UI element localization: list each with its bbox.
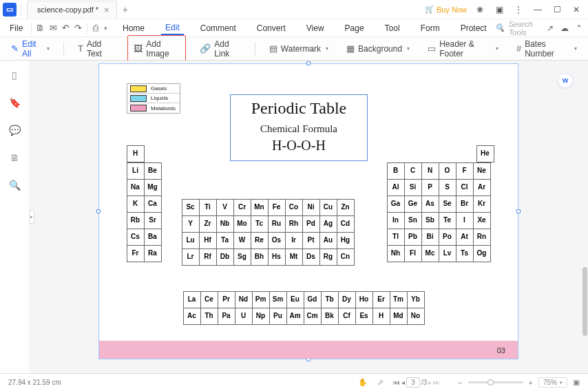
- chevron-down-icon[interactable]: ▾: [104, 25, 107, 32]
- up-icon[interactable]: ⌃: [576, 23, 582, 33]
- menu-comment[interactable]: Comment: [196, 22, 240, 34]
- element-cell-Ts: Ts: [456, 245, 474, 262]
- element-cell-Li: Li: [127, 162, 145, 180]
- user-icon[interactable]: ▣: [493, 3, 505, 16]
- element-cell-Os: Os: [268, 232, 286, 249]
- vertical-scrollbar[interactable]: [581, 61, 588, 373]
- background-button[interactable]: ▦ Background ▾: [342, 41, 414, 56]
- element-cell-Mt: Mt: [285, 249, 303, 266]
- file-menu[interactable]: File: [6, 22, 27, 34]
- gift-icon[interactable]: ❀: [474, 3, 486, 16]
- element-cell-S: S: [439, 179, 456, 196]
- last-page-icon[interactable]: ⏭: [433, 379, 440, 386]
- element-cell-Nd: Nd: [235, 291, 253, 308]
- element-cell-Be: Be: [144, 162, 162, 180]
- save-icon[interactable]: 🗎: [36, 23, 45, 33]
- bates-icon: #: [516, 43, 521, 54]
- search-panel-icon[interactable]: 🔍: [8, 179, 21, 191]
- attachments-icon[interactable]: 🗎: [8, 151, 21, 164]
- thumbnails-icon[interactable]: ▯: [8, 69, 21, 81]
- element-cell-Ge: Ge: [404, 196, 422, 213]
- bates-label: Bates Number: [525, 39, 569, 59]
- element-cell-Fe: Fe: [268, 199, 286, 216]
- element-cell-Kr: Kr: [473, 196, 491, 213]
- element-cell-Po: Po: [439, 229, 456, 246]
- add-text-button[interactable]: T Add Text: [74, 37, 118, 61]
- element-cell-Al: Al: [387, 179, 405, 196]
- menu-tool[interactable]: Tool: [381, 22, 404, 34]
- element-cell-Mo: Mo: [233, 215, 251, 233]
- hand-tool-icon[interactable]: ✋: [358, 378, 368, 387]
- legend-label-metalloids: Metalloids: [149, 105, 180, 112]
- zoom-slider[interactable]: [468, 381, 523, 383]
- element-cell-No: No: [407, 308, 425, 325]
- redo-icon[interactable]: ↷: [74, 23, 83, 33]
- prev-page-icon[interactable]: ◂: [401, 379, 405, 386]
- element-cell-Bk: Bk: [321, 308, 339, 325]
- element-cell-Ru: Ru: [268, 215, 286, 233]
- element-cell-Re: Re: [251, 232, 269, 249]
- bookmarks-icon[interactable]: 🔖: [8, 96, 21, 109]
- selection-handle-top[interactable]: [306, 61, 311, 65]
- first-page-icon[interactable]: ⏮: [393, 379, 400, 386]
- element-cell-Br: Br: [456, 196, 474, 213]
- menu-edit[interactable]: Edit: [161, 21, 184, 35]
- expand-left-handle[interactable]: ▸: [29, 210, 34, 224]
- cloud-icon[interactable]: ☁: [560, 23, 569, 33]
- print-icon[interactable]: ⎙: [92, 23, 100, 33]
- element-cell-Ni: Ni: [302, 199, 320, 216]
- watermark-button[interactable]: ▤ Watermark ▾: [265, 41, 333, 56]
- element-cell-V: V: [216, 199, 234, 216]
- chevron-down-icon: ▾: [496, 45, 498, 52]
- maximize-button[interactable]: ☐: [551, 3, 563, 16]
- add-link-button[interactable]: 🔗 Add Link: [196, 37, 245, 61]
- new-tab-button[interactable]: +: [123, 4, 128, 15]
- fit-page-icon[interactable]: ▣: [573, 378, 580, 387]
- buy-now-link[interactable]: 🛒 Buy Now: [425, 5, 467, 14]
- element-cell-Ra: Ra: [144, 245, 162, 262]
- element-cell-U: U: [235, 308, 253, 325]
- periodic-table-group-1-2: HLiBeNaMgKCaRbSrCsBaFrRa: [127, 145, 162, 262]
- current-page-input[interactable]: 3: [406, 377, 420, 388]
- menu-home[interactable]: Home: [118, 22, 149, 34]
- menu-page[interactable]: Page: [341, 22, 368, 34]
- element-cell-Tl: Tl: [387, 229, 405, 246]
- search-tools-input[interactable]: 🔍 Search Tools: [495, 20, 534, 36]
- close-tab-icon[interactable]: ×: [104, 5, 109, 15]
- share-icon[interactable]: ↗: [547, 23, 554, 33]
- next-page-icon[interactable]: ▸: [428, 379, 432, 386]
- comments-icon[interactable]: 💬: [8, 124, 21, 136]
- element-cell-Dy: Dy: [338, 291, 356, 308]
- document-viewport[interactable]: ▸ ◂ W Gases Liquids Metalloids Periodic …: [29, 61, 588, 373]
- document-tab[interactable]: science-copy.pdf * ×: [27, 1, 117, 19]
- edit-all-button[interactable]: ✎ Edit All ▾: [7, 37, 54, 61]
- zoom-percent[interactable]: 75%▾: [538, 377, 567, 388]
- selection-handle-left[interactable]: [96, 209, 101, 213]
- scrollbar-thumb[interactable]: [582, 267, 587, 336]
- close-window-button[interactable]: ✕: [570, 3, 582, 16]
- undo-icon[interactable]: ↶: [61, 23, 70, 33]
- menu-dots-icon[interactable]: ⋮: [512, 3, 525, 16]
- add-image-button[interactable]: 🖼 Add Image: [127, 35, 186, 63]
- minimize-button[interactable]: —: [532, 3, 544, 16]
- word-export-badge[interactable]: W: [558, 73, 573, 88]
- menu-view[interactable]: View: [302, 22, 328, 34]
- mail-icon[interactable]: ✉: [49, 23, 57, 33]
- search-icon: 🔍: [495, 23, 505, 32]
- menu-convert[interactable]: Convert: [253, 22, 290, 34]
- select-tool-icon[interactable]: ⬀: [377, 378, 384, 387]
- pdf-page[interactable]: Gases Liquids Metalloids Periodic Table …: [98, 63, 518, 359]
- header-footer-button[interactable]: ▭ Header & Footer ▾: [423, 37, 503, 61]
- bates-number-button[interactable]: # Bates Number ▾: [512, 37, 581, 61]
- zoom-in-icon[interactable]: +: [529, 379, 533, 387]
- element-cell-As: As: [421, 196, 439, 213]
- selection-handle-right[interactable]: [516, 209, 521, 213]
- element-cell-Sn: Sn: [404, 212, 422, 229]
- zoom-out-icon[interactable]: −: [458, 379, 462, 387]
- menu-protect[interactable]: Protect: [456, 22, 491, 34]
- zoom-thumb[interactable]: [487, 379, 494, 385]
- tab-title: science-copy.pdf *: [37, 6, 98, 14]
- element-cell-Sb: Sb: [421, 212, 439, 229]
- menu-form[interactable]: Form: [417, 22, 444, 34]
- element-cell-Ac: Ac: [183, 308, 201, 325]
